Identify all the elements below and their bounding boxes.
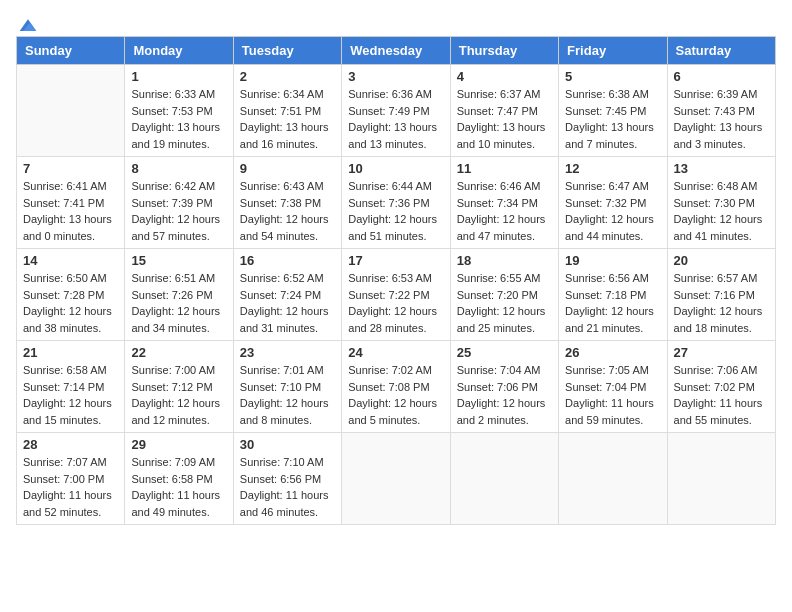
header-saturday: Saturday	[667, 37, 775, 65]
calendar-cell	[17, 65, 125, 157]
day-info: Sunrise: 6:38 AM Sunset: 7:45 PM Dayligh…	[565, 86, 660, 152]
calendar-cell: 28Sunrise: 7:07 AM Sunset: 7:00 PM Dayli…	[17, 433, 125, 525]
page-header	[16, 16, 776, 28]
calendar-table: SundayMondayTuesdayWednesdayThursdayFrid…	[16, 36, 776, 525]
day-info: Sunrise: 6:39 AM Sunset: 7:43 PM Dayligh…	[674, 86, 769, 152]
header-thursday: Thursday	[450, 37, 558, 65]
day-number: 12	[565, 161, 660, 176]
day-number: 11	[457, 161, 552, 176]
week-row-2: 7Sunrise: 6:41 AM Sunset: 7:41 PM Daylig…	[17, 157, 776, 249]
calendar-cell: 29Sunrise: 7:09 AM Sunset: 6:58 PM Dayli…	[125, 433, 233, 525]
day-number: 16	[240, 253, 335, 268]
day-info: Sunrise: 6:34 AM Sunset: 7:51 PM Dayligh…	[240, 86, 335, 152]
calendar-cell: 5Sunrise: 6:38 AM Sunset: 7:45 PM Daylig…	[559, 65, 667, 157]
calendar-cell: 26Sunrise: 7:05 AM Sunset: 7:04 PM Dayli…	[559, 341, 667, 433]
calendar-cell	[559, 433, 667, 525]
header-sunday: Sunday	[17, 37, 125, 65]
day-info: Sunrise: 6:37 AM Sunset: 7:47 PM Dayligh…	[457, 86, 552, 152]
header-tuesday: Tuesday	[233, 37, 341, 65]
calendar-cell: 13Sunrise: 6:48 AM Sunset: 7:30 PM Dayli…	[667, 157, 775, 249]
calendar-cell: 20Sunrise: 6:57 AM Sunset: 7:16 PM Dayli…	[667, 249, 775, 341]
day-number: 28	[23, 437, 118, 452]
day-number: 21	[23, 345, 118, 360]
day-info: Sunrise: 6:51 AM Sunset: 7:26 PM Dayligh…	[131, 270, 226, 336]
calendar-cell: 22Sunrise: 7:00 AM Sunset: 7:12 PM Dayli…	[125, 341, 233, 433]
calendar-cell: 2Sunrise: 6:34 AM Sunset: 7:51 PM Daylig…	[233, 65, 341, 157]
day-number: 18	[457, 253, 552, 268]
calendar-cell: 19Sunrise: 6:56 AM Sunset: 7:18 PM Dayli…	[559, 249, 667, 341]
day-number: 4	[457, 69, 552, 84]
calendar-cell: 27Sunrise: 7:06 AM Sunset: 7:02 PM Dayli…	[667, 341, 775, 433]
day-number: 30	[240, 437, 335, 452]
calendar-cell: 7Sunrise: 6:41 AM Sunset: 7:41 PM Daylig…	[17, 157, 125, 249]
calendar-cell: 24Sunrise: 7:02 AM Sunset: 7:08 PM Dayli…	[342, 341, 450, 433]
day-number: 14	[23, 253, 118, 268]
calendar-cell: 16Sunrise: 6:52 AM Sunset: 7:24 PM Dayli…	[233, 249, 341, 341]
day-number: 19	[565, 253, 660, 268]
day-number: 2	[240, 69, 335, 84]
day-number: 8	[131, 161, 226, 176]
day-number: 17	[348, 253, 443, 268]
day-number: 15	[131, 253, 226, 268]
day-number: 13	[674, 161, 769, 176]
day-info: Sunrise: 7:10 AM Sunset: 6:56 PM Dayligh…	[240, 454, 335, 520]
header-friday: Friday	[559, 37, 667, 65]
calendar-cell: 25Sunrise: 7:04 AM Sunset: 7:06 PM Dayli…	[450, 341, 558, 433]
calendar-cell: 12Sunrise: 6:47 AM Sunset: 7:32 PM Dayli…	[559, 157, 667, 249]
calendar-cell: 9Sunrise: 6:43 AM Sunset: 7:38 PM Daylig…	[233, 157, 341, 249]
day-info: Sunrise: 6:47 AM Sunset: 7:32 PM Dayligh…	[565, 178, 660, 244]
week-row-1: 1Sunrise: 6:33 AM Sunset: 7:53 PM Daylig…	[17, 65, 776, 157]
day-info: Sunrise: 7:06 AM Sunset: 7:02 PM Dayligh…	[674, 362, 769, 428]
calendar-cell: 30Sunrise: 7:10 AM Sunset: 6:56 PM Dayli…	[233, 433, 341, 525]
day-info: Sunrise: 7:05 AM Sunset: 7:04 PM Dayligh…	[565, 362, 660, 428]
day-number: 29	[131, 437, 226, 452]
day-number: 3	[348, 69, 443, 84]
day-info: Sunrise: 6:41 AM Sunset: 7:41 PM Dayligh…	[23, 178, 118, 244]
day-info: Sunrise: 6:56 AM Sunset: 7:18 PM Dayligh…	[565, 270, 660, 336]
day-info: Sunrise: 6:46 AM Sunset: 7:34 PM Dayligh…	[457, 178, 552, 244]
calendar-header-row: SundayMondayTuesdayWednesdayThursdayFrid…	[17, 37, 776, 65]
day-number: 6	[674, 69, 769, 84]
day-info: Sunrise: 7:07 AM Sunset: 7:00 PM Dayligh…	[23, 454, 118, 520]
calendar-cell: 23Sunrise: 7:01 AM Sunset: 7:10 PM Dayli…	[233, 341, 341, 433]
day-number: 5	[565, 69, 660, 84]
day-info: Sunrise: 6:42 AM Sunset: 7:39 PM Dayligh…	[131, 178, 226, 244]
day-info: Sunrise: 7:04 AM Sunset: 7:06 PM Dayligh…	[457, 362, 552, 428]
day-info: Sunrise: 6:50 AM Sunset: 7:28 PM Dayligh…	[23, 270, 118, 336]
week-row-3: 14Sunrise: 6:50 AM Sunset: 7:28 PM Dayli…	[17, 249, 776, 341]
day-info: Sunrise: 6:52 AM Sunset: 7:24 PM Dayligh…	[240, 270, 335, 336]
day-number: 9	[240, 161, 335, 176]
calendar-cell	[342, 433, 450, 525]
day-info: Sunrise: 7:09 AM Sunset: 6:58 PM Dayligh…	[131, 454, 226, 520]
logo-icon	[18, 16, 38, 36]
day-number: 7	[23, 161, 118, 176]
day-number: 20	[674, 253, 769, 268]
calendar-cell: 8Sunrise: 6:42 AM Sunset: 7:39 PM Daylig…	[125, 157, 233, 249]
calendar-cell: 6Sunrise: 6:39 AM Sunset: 7:43 PM Daylig…	[667, 65, 775, 157]
day-info: Sunrise: 7:00 AM Sunset: 7:12 PM Dayligh…	[131, 362, 226, 428]
calendar-cell: 3Sunrise: 6:36 AM Sunset: 7:49 PM Daylig…	[342, 65, 450, 157]
day-number: 10	[348, 161, 443, 176]
day-info: Sunrise: 7:02 AM Sunset: 7:08 PM Dayligh…	[348, 362, 443, 428]
day-number: 25	[457, 345, 552, 360]
day-info: Sunrise: 6:43 AM Sunset: 7:38 PM Dayligh…	[240, 178, 335, 244]
week-row-5: 28Sunrise: 7:07 AM Sunset: 7:00 PM Dayli…	[17, 433, 776, 525]
day-info: Sunrise: 6:53 AM Sunset: 7:22 PM Dayligh…	[348, 270, 443, 336]
logo	[16, 16, 40, 28]
day-info: Sunrise: 6:33 AM Sunset: 7:53 PM Dayligh…	[131, 86, 226, 152]
calendar-cell: 11Sunrise: 6:46 AM Sunset: 7:34 PM Dayli…	[450, 157, 558, 249]
day-number: 27	[674, 345, 769, 360]
day-number: 1	[131, 69, 226, 84]
day-info: Sunrise: 7:01 AM Sunset: 7:10 PM Dayligh…	[240, 362, 335, 428]
calendar-cell: 21Sunrise: 6:58 AM Sunset: 7:14 PM Dayli…	[17, 341, 125, 433]
day-number: 23	[240, 345, 335, 360]
header-monday: Monday	[125, 37, 233, 65]
day-info: Sunrise: 6:44 AM Sunset: 7:36 PM Dayligh…	[348, 178, 443, 244]
day-number: 22	[131, 345, 226, 360]
calendar-cell: 1Sunrise: 6:33 AM Sunset: 7:53 PM Daylig…	[125, 65, 233, 157]
day-info: Sunrise: 6:55 AM Sunset: 7:20 PM Dayligh…	[457, 270, 552, 336]
calendar-cell: 4Sunrise: 6:37 AM Sunset: 7:47 PM Daylig…	[450, 65, 558, 157]
calendar-cell: 14Sunrise: 6:50 AM Sunset: 7:28 PM Dayli…	[17, 249, 125, 341]
day-info: Sunrise: 6:48 AM Sunset: 7:30 PM Dayligh…	[674, 178, 769, 244]
day-number: 24	[348, 345, 443, 360]
